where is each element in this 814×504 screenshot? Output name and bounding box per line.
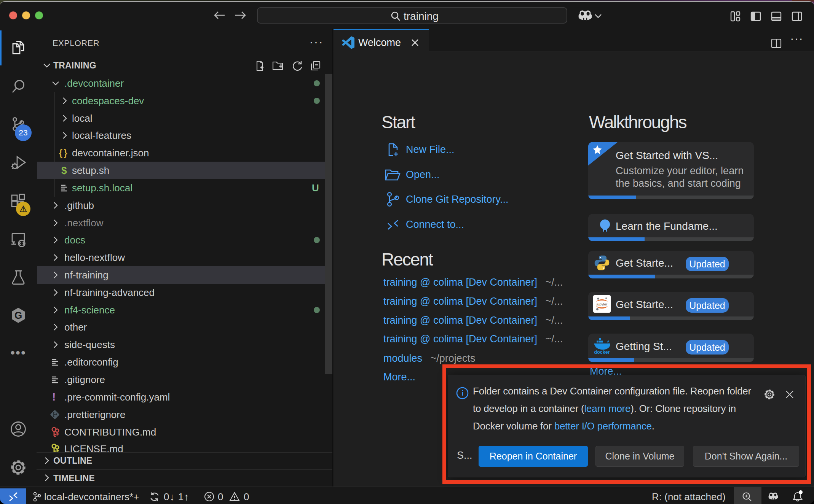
svg-text:jupyter: jupyter [596, 302, 608, 306]
svg-text:G: G [14, 310, 22, 321]
svg-text:docker: docker [594, 350, 610, 355]
